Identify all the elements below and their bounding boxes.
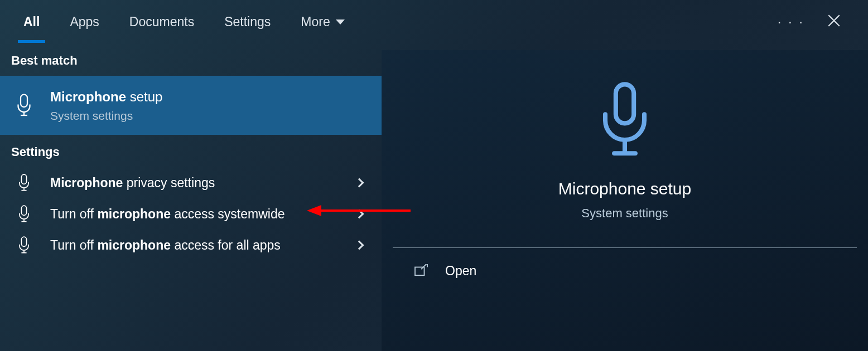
svg-rect-17 [415,267,425,275]
more-dots-icon[interactable]: · · · [778,14,804,30]
chevron-right-icon [355,241,364,250]
microphone-icon [12,94,36,117]
settings-item-label: Turn off microphone access for all apps [50,237,341,254]
chevron-right-icon [355,178,364,188]
best-match-subtitle: System settings [50,109,369,123]
detail-pane: Microphone setup System settings Open [382,50,868,351]
microphone-icon [12,205,36,223]
tab-more[interactable]: More [300,2,345,42]
chevron-right-icon [355,209,364,219]
chevron-down-icon [336,20,345,25]
microphone-icon [12,174,36,192]
detail-subtitle: System settings [581,206,668,221]
open-icon [414,264,428,279]
microphone-icon [12,236,36,254]
tab-more-label: More [301,14,330,30]
settings-item-label: Microphone privacy settings [50,174,341,192]
detail-title: Microphone setup [558,179,691,198]
section-settings: Settings [0,135,382,167]
settings-item-all-apps[interactable]: Turn off microphone access for all apps [0,230,382,261]
best-match-item[interactable]: Microphone setup System settings [0,76,382,135]
open-label: Open [445,264,476,279]
settings-item-systemwide[interactable]: Turn off microphone access systemwide [0,198,382,230]
svg-rect-5 [21,175,26,184]
close-icon[interactable] [827,13,841,30]
tab-settings[interactable]: Settings [223,2,272,42]
microphone-icon [594,81,655,162]
settings-item-label: Turn off microphone access systemwide [50,206,341,223]
best-match-title: Microphone setup [50,88,369,106]
svg-rect-2 [21,95,27,108]
section-best-match: Best match [0,43,382,76]
tab-documents[interactable]: Documents [128,2,195,42]
settings-item-privacy[interactable]: Microphone privacy settings [0,167,382,198]
tab-apps[interactable]: Apps [69,2,100,42]
tab-all[interactable]: All [22,2,41,42]
open-action[interactable]: Open [382,248,868,279]
results-pane: Best match Microphone setup System setti… [0,43,382,351]
svg-rect-14 [616,84,634,123]
svg-rect-8 [21,206,26,216]
svg-rect-11 [21,237,26,247]
search-tabbar: All Apps Documents Settings More · · · [0,0,868,43]
